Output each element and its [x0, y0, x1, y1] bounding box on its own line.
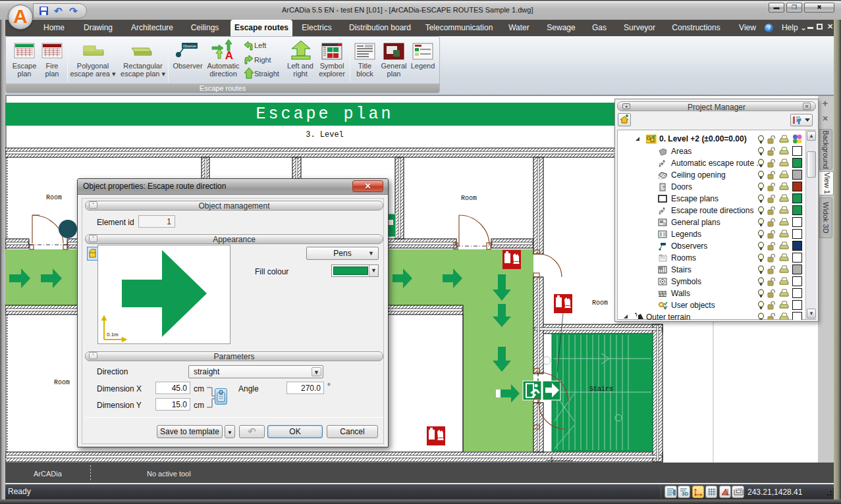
- svg-text:Observer: Observer: [183, 44, 197, 48]
- svg-text:0.1m: 0.1m: [107, 332, 119, 338]
- svg-text:Room: Room: [461, 195, 477, 202]
- svg-text:Room: Room: [592, 299, 608, 307]
- svg-text:LWT: LWT: [736, 488, 742, 491]
- svg-text:3D: 3D: [682, 491, 688, 497]
- svg-text:Room: Room: [54, 379, 70, 386]
- svg-text:A: A: [225, 49, 233, 62]
- svg-text:3. Level: 3. Level: [306, 130, 344, 139]
- svg-text:Room: Room: [46, 194, 62, 201]
- svg-text:Escape plan: Escape plan: [256, 105, 393, 124]
- svg-text:Stairs: Stairs: [589, 386, 613, 393]
